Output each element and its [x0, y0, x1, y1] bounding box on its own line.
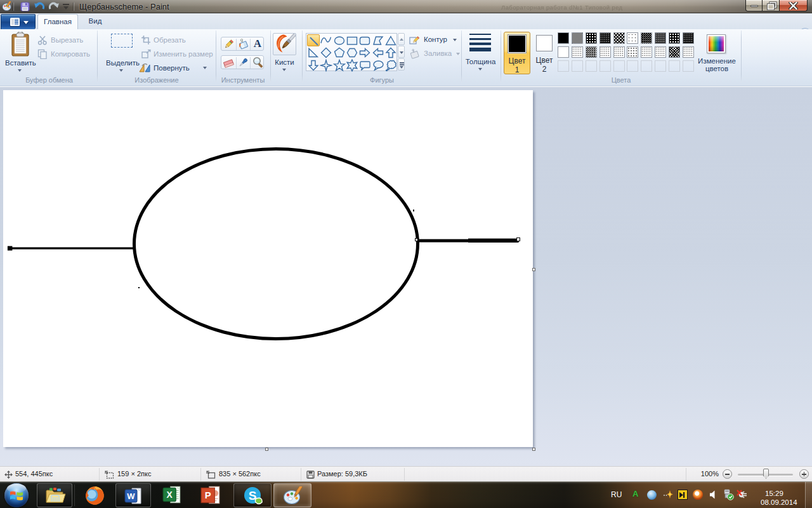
svg-text:P: P — [205, 490, 211, 500]
svg-text:X: X — [167, 490, 173, 500]
svg-text:W: W — [127, 491, 135, 501]
